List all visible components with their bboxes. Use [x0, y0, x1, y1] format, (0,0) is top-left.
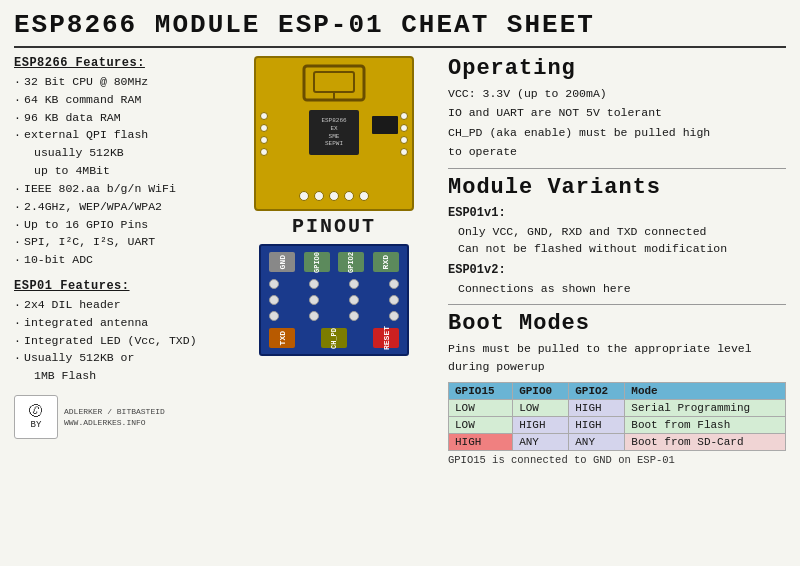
boot-r0-g15: LOW	[449, 400, 513, 417]
th-gpio0: GPIO0	[513, 383, 569, 400]
pdot-12	[389, 311, 399, 321]
boot-r1-g0: HIGH	[513, 417, 569, 434]
logo-line1: ADLERKER / BITBASTEID	[64, 406, 165, 417]
pinout-diagram: GND GPIO0 GPIO2 RXD	[259, 244, 409, 356]
op-line-0: VCC: 3.3V (up to 200mA)	[448, 85, 786, 103]
flash-chip	[372, 116, 398, 134]
feature-interfaces: SPI, I²C, I²S, UART	[14, 233, 224, 251]
module-left-dots	[260, 112, 268, 156]
page-header: ESP8266 Module ESP-01 Cheat Sheet	[14, 10, 786, 48]
antenna-area	[299, 64, 369, 102]
by-label: BY	[31, 420, 42, 430]
th-gpio2: GPIO2	[569, 383, 625, 400]
feature-wifi-std: IEEE 802.aa b/g/n WiFi	[14, 180, 224, 198]
main-chip: ESP8266EXSMESEPWI	[309, 110, 359, 155]
esp01-flash: Usually 512KB or	[14, 349, 224, 367]
pin-rxd-label: RXD	[381, 255, 390, 269]
esp8266-heading: ESP8266 Features:	[14, 56, 224, 70]
boot-r1-g15: LOW	[449, 417, 513, 434]
feature-cpu: 32 Bit CPU @ 80MHz	[14, 73, 224, 91]
th-mode: Mode	[625, 383, 786, 400]
feature-cmdram: 64 KB command RAM	[14, 91, 224, 109]
esp01v2-content: Connections as shown here	[458, 280, 786, 297]
esp01v2-heading: ESP01v2:	[448, 261, 786, 280]
operating-title: Operating	[448, 56, 786, 81]
v1-line-0: Only VCC, GND, RXD and TXD connected	[458, 223, 786, 240]
pdot-2	[309, 279, 319, 289]
cc-icon: 🄫	[29, 404, 43, 420]
pin-reset: RESET	[373, 328, 399, 348]
divider-1	[448, 168, 786, 169]
boot-table-header-row: GPIO15 GPIO0 GPIO2 Mode	[449, 383, 786, 400]
right-column: Operating VCC: 3.3V (up to 200mA) IO and…	[434, 56, 786, 556]
pdot-8	[389, 295, 399, 305]
side-dot-l1	[260, 112, 268, 120]
module-dot-5	[359, 191, 369, 201]
esp01-led: Integrated LED (Vcc, TXD)	[14, 332, 224, 350]
boot-r1-mode: Boot from Flash	[625, 417, 786, 434]
bottom-pin-row: TXD CH_PD RESET	[269, 328, 399, 348]
pin-gpio0: GPIO0	[304, 252, 330, 272]
left-column: ESP8266 Features: 32 Bit CPU @ 80MHz 64 …	[14, 56, 234, 556]
esp01-dil: 2x4 DIL header	[14, 296, 224, 314]
side-dot-l4	[260, 148, 268, 156]
op-line-1: IO and UART are NOT 5V tolerant	[448, 104, 786, 122]
cc-badge: 🄫 BY	[14, 395, 58, 439]
feature-dataram: 96 KB data RAM	[14, 109, 224, 127]
esp01-features: 2x4 DIL header integrated antenna Integr…	[14, 296, 224, 385]
feature-flash-512: usually 512KB	[14, 144, 224, 162]
pin-txd: TXD	[269, 328, 295, 348]
side-dot-r1	[400, 112, 408, 120]
th-gpio15: GPIO15	[449, 383, 513, 400]
pdot-9	[269, 311, 279, 321]
module-bottom-dots	[299, 191, 369, 201]
boot-row-2: HIGH ANY ANY Boot from SD-Card	[449, 434, 786, 451]
boot-note: GPIO15 is connected to GND on ESP-01	[448, 454, 786, 466]
boot-row-0: LOW LOW HIGH Serial Programming	[449, 400, 786, 417]
module-right-dots	[400, 112, 408, 156]
logo-line2: WWW.ADLERKES.INFO	[64, 417, 165, 428]
boot-r2-g0: ANY	[513, 434, 569, 451]
module-diagram: ESP8266EXSMESEPWI	[254, 56, 414, 211]
logo-text: ADLERKER / BITBASTEID WWW.ADLERKES.INFO	[64, 406, 165, 428]
v2-line-0: Connections as shown here	[458, 280, 786, 297]
pin-gpio2: GPIO2	[338, 252, 364, 272]
esp01v1-heading: ESP01v1:	[448, 204, 786, 223]
pdot-6	[309, 295, 319, 305]
boot-r2-g2: ANY	[569, 434, 625, 451]
boot-intro-text: Pins must be pulled to the appropriate l…	[448, 340, 786, 377]
pin-gnd-label: GND	[278, 255, 287, 269]
esp01-heading: ESP01 Features:	[14, 279, 224, 293]
pdot-5	[269, 295, 279, 305]
side-dot-l2	[260, 124, 268, 132]
module-dot-3	[329, 191, 339, 201]
pdot-4	[389, 279, 399, 289]
pin-gpio2-label: GPIO2	[347, 252, 355, 273]
side-dot-l3	[260, 136, 268, 144]
v1-line-1: Can not be flashed without modification	[458, 240, 786, 257]
boot-table: GPIO15 GPIO0 GPIO2 Mode LOW LOW HIGH Ser…	[448, 382, 786, 451]
boot-intro: Pins must be pulled to the appropriate l…	[448, 340, 786, 377]
pin-rxd: RXD	[373, 252, 399, 272]
pin-gnd: GND	[269, 252, 295, 272]
pinout-heading: Pinout	[292, 215, 376, 238]
pin-gpio0-label: GPIO0	[313, 252, 321, 273]
feature-flash: external QPI flash	[14, 126, 224, 144]
svg-rect-1	[314, 72, 354, 92]
esp01v1-content: Only VCC, GND, RXD and TXD connected Can…	[458, 223, 786, 258]
feature-adc: 10-bit ADC	[14, 251, 224, 269]
pin-dots-top	[269, 276, 399, 292]
antenna-svg	[299, 64, 369, 102]
logo-area: 🄫 BY ADLERKER / BITBASTEID WWW.ADLERKES.…	[14, 395, 224, 439]
pin-dots-bot	[269, 308, 399, 324]
middle-column: ESP8266EXSMESEPWI	[234, 56, 434, 556]
boot-r0-g2: HIGH	[569, 400, 625, 417]
pdot-10	[309, 311, 319, 321]
esp01-flash-1m: 1MB Flash	[14, 367, 224, 385]
page-title: ESP8266 Module ESP-01 Cheat Sheet	[14, 10, 786, 40]
operating-content: VCC: 3.3V (up to 200mA) IO and UART are …	[448, 85, 786, 162]
boot-r1-g2: HIGH	[569, 417, 625, 434]
variants-content: ESP01v1: Only VCC, GND, RXD and TXD conn…	[448, 204, 786, 298]
pdot-7	[349, 295, 359, 305]
pdot-11	[349, 311, 359, 321]
